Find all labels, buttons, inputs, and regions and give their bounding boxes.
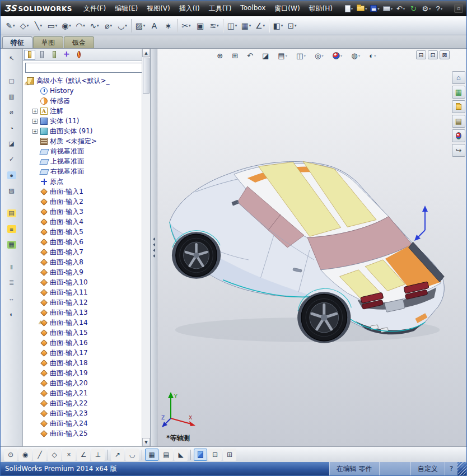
- tree-item-曲面-输入5[interactable]: 曲面-输入5: [25, 227, 141, 237]
- design-library-tab[interactable]: ▦: [452, 86, 465, 99]
- options-button[interactable]: ⚙▾: [420, 3, 432, 14]
- menu-edit[interactable]: 编辑(E): [110, 1, 142, 16]
- quick-snaps-button[interactable]: ↗: [111, 449, 124, 461]
- appearance-button[interactable]: ●: [3, 168, 20, 182]
- viewport-split-two-button[interactable]: ⊟: [208, 449, 222, 461]
- grid-button[interactable]: ▤: [160, 449, 173, 461]
- tree-item-曲面-输入25[interactable]: 曲面-输入25: [25, 428, 141, 438]
- layer-properties-button[interactable]: ▤: [3, 206, 20, 220]
- snap-center-button[interactable]: ◉: [18, 449, 32, 461]
- tree-item-曲面-输入3[interactable]: 曲面-输入3: [25, 207, 141, 217]
- tree-item-曲面-输入22[interactable]: 曲面-输入22: [25, 398, 141, 408]
- tree-item-前视基准面[interactable]: 前视基准面: [25, 146, 141, 156]
- quick-tips-icon[interactable]: ?: [445, 462, 457, 475]
- offset-entities-button[interactable]: ≋▾: [207, 18, 221, 34]
- shaded-with-edges-button[interactable]: [194, 449, 207, 461]
- smart-dimension-button[interactable]: ◇▾: [17, 18, 31, 34]
- tree-item-曲面-输入12[interactable]: 曲面-输入12: [25, 297, 141, 307]
- line-button[interactable]: ╲▾: [31, 18, 45, 34]
- tree-item-传感器[interactable]: 传感器: [25, 96, 141, 106]
- expand-icon[interactable]: +: [32, 109, 38, 114]
- tree-item-原点[interactable]: 原点: [25, 176, 141, 186]
- snap-midpoint-button[interactable]: ◇: [48, 449, 61, 461]
- tree-item-曲面实体 (91)[interactable]: +曲面实体 (91): [25, 126, 141, 136]
- section-properties-button[interactable]: ◪: [3, 137, 20, 151]
- help-button[interactable]: ?▾: [433, 3, 445, 14]
- view-palette-tab[interactable]: ▤: [452, 115, 465, 128]
- tree-item-曲面-输入6[interactable]: 曲面-输入6: [25, 237, 141, 247]
- snap-line-button[interactable]: ╱: [33, 449, 46, 461]
- minimize-document-button[interactable]: ⊟: [416, 50, 426, 59]
- propertymanager-tab[interactable]: [36, 50, 48, 60]
- view-settings-button[interactable]: ◐▾: [365, 50, 380, 62]
- line-format-button[interactable]: ≡: [3, 222, 20, 236]
- tab-sketch[interactable]: 草图: [33, 36, 63, 48]
- measure-button[interactable]: ⌀: [3, 105, 20, 119]
- show-hide-button[interactable]: ◐: [3, 307, 20, 321]
- mirror-entities-button[interactable]: ◫▾: [225, 18, 239, 34]
- reference-plane-button[interactable]: ◧▾: [271, 18, 285, 34]
- file-explorer-tab[interactable]: [452, 100, 465, 113]
- sketch-text-button[interactable]: A: [147, 18, 161, 34]
- menu-window[interactable]: 窗口(W): [270, 1, 304, 16]
- scrollbar-thumb[interactable]: [143, 58, 150, 94]
- resize-grip[interactable]: [457, 462, 466, 475]
- tree-item-曲面-输入18[interactable]: 曲面-输入18: [25, 358, 141, 368]
- zoom-area-button[interactable]: ⊞: [228, 50, 242, 62]
- tree-item-曲面-输入19[interactable]: 曲面-输入19: [25, 368, 141, 378]
- snap-perpendicular-button[interactable]: ⊥: [91, 449, 105, 461]
- menu-view[interactable]: 视图(V): [142, 1, 175, 16]
- scroll-up-icon[interactable]: ▲: [142, 49, 150, 57]
- tree-item-上视基准面[interactable]: 上视基准面: [25, 156, 141, 166]
- scrollbar-track[interactable]: [142, 94, 150, 438]
- tree-item-曲面-输入24[interactable]: 曲面-输入24: [25, 418, 141, 428]
- texture-button[interactable]: ▨: [3, 184, 20, 198]
- apply-scene-button[interactable]: ◍▾: [347, 50, 364, 62]
- reference-arrows[interactable]: [413, 204, 437, 246]
- dimxpertmanager-tab[interactable]: ✛: [61, 50, 72, 60]
- save-document-button[interactable]: ▾: [368, 3, 381, 14]
- tree-item-曲面-输入9[interactable]: 曲面-输入9: [25, 267, 141, 277]
- displaymanager-tab[interactable]: [73, 50, 85, 60]
- tab-sheet-metal[interactable]: 钣金: [64, 36, 94, 48]
- tree-item-材质 <未指定>[interactable]: 材质 <未指定>: [25, 136, 141, 146]
- circle-button[interactable]: ◉▾: [59, 18, 73, 34]
- tree-item-曲面-输入11[interactable]: 曲面-输入11: [25, 287, 141, 297]
- solidworks-resources-tab[interactable]: ⌂: [452, 71, 465, 84]
- sketch-button[interactable]: ✎▾: [3, 18, 17, 34]
- instant3d-button[interactable]: ⊡▾: [285, 18, 299, 34]
- custom-properties-tab[interactable]: ↪: [452, 144, 465, 157]
- menubar-overflow-button[interactable]: ▫: [454, 4, 463, 13]
- previous-view-button[interactable]: ↶: [243, 50, 257, 62]
- view-orientation-button[interactable]: ▤▾: [274, 50, 291, 62]
- sketch-fillet-button[interactable]: ◡▾: [115, 18, 129, 34]
- rebuild-button[interactable]: ↻: [407, 3, 419, 14]
- rectangle-button[interactable]: ▭▾: [45, 18, 59, 34]
- tree-item-曲面-输入20[interactable]: 曲面-输入20: [25, 378, 141, 388]
- zoom-fit-button[interactable]: ⊕: [213, 50, 227, 62]
- selection-filter-button[interactable]: ▥: [3, 90, 20, 104]
- open-document-button[interactable]: ▾: [356, 3, 368, 14]
- tree-item-曲面-输入2[interactable]: 曲面-输入2: [25, 197, 141, 207]
- statusbar-customize[interactable]: 自定义: [410, 462, 445, 475]
- menu-file[interactable]: 文件(F): [79, 1, 110, 16]
- tree-item-History[interactable]: History: [25, 86, 141, 96]
- tree-filter-input[interactable]: [25, 63, 148, 73]
- graphics-viewport[interactable]: ⊕⊞↶◪▤▾◫▾◎▾▾◍▾◐▾ ⊟⊡⊠ ⌂▦▤↪: [157, 49, 466, 446]
- tree-item-曲面-输入4[interactable]: 曲面-输入4: [25, 217, 141, 227]
- check-entity-button[interactable]: ✓: [3, 152, 20, 166]
- configurationmanager-tab[interactable]: [49, 50, 60, 60]
- expand-icon[interactable]: +: [32, 119, 38, 124]
- snap-angle-button[interactable]: ∠: [77, 449, 90, 461]
- tree-item-曲面-输入16[interactable]: 曲面-输入16: [25, 338, 141, 348]
- undo-button[interactable]: ↶▾: [394, 3, 407, 14]
- tree-item-曲面-输入14[interactable]: ⚠曲面-输入14: [25, 318, 141, 328]
- tree-item-曲面-输入7[interactable]: 曲面-输入7: [25, 247, 141, 257]
- convert-entities-button[interactable]: ▣: [193, 18, 207, 34]
- move-entity-button[interactable]: ↔: [3, 291, 20, 305]
- display-style-button[interactable]: ◫▾: [292, 50, 310, 62]
- select-button[interactable]: ↖: [3, 52, 20, 66]
- tree-item-注解[interactable]: +A注解: [25, 106, 141, 116]
- tree-item-曲面-输入8[interactable]: 曲面-输入8: [25, 257, 141, 267]
- expand-icon[interactable]: +: [32, 129, 38, 134]
